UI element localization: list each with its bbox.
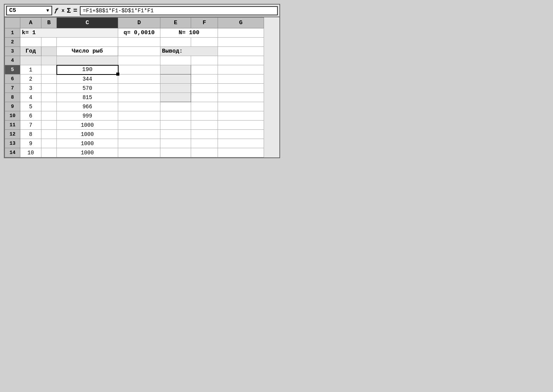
- cell-c6[interactable]: 344: [57, 74, 118, 84]
- formula-sigma-icon[interactable]: Σ: [67, 7, 71, 15]
- formula-input-box[interactable]: =F1+$B$1*F1-$D$1*F1*F1: [80, 6, 278, 15]
- cell-d9[interactable]: [118, 102, 160, 111]
- cell-d10[interactable]: [118, 111, 160, 121]
- cell-e14[interactable]: [160, 148, 191, 157]
- col-header-d[interactable]: D: [118, 18, 160, 28]
- cell-e8[interactable]: [160, 93, 191, 102]
- cell-g4[interactable]: [218, 56, 264, 65]
- cell-g3[interactable]: [218, 47, 264, 56]
- cell-a8[interactable]: 4: [20, 93, 41, 102]
- cell-e5[interactable]: [160, 65, 191, 74]
- cell-b10[interactable]: [41, 111, 57, 121]
- cell-f11[interactable]: [191, 121, 218, 130]
- cell-e12[interactable]: [160, 130, 191, 139]
- cell-e11[interactable]: [160, 121, 191, 130]
- cell-a5[interactable]: 1: [20, 65, 41, 74]
- cell-g14[interactable]: [218, 148, 264, 157]
- cell-g7[interactable]: [218, 84, 264, 93]
- fill-handle[interactable]: [116, 73, 119, 76]
- cell-c10[interactable]: 999: [57, 111, 118, 121]
- cell-f7[interactable]: [191, 84, 218, 93]
- cell-d7[interactable]: [118, 84, 160, 93]
- cell-c4[interactable]: [57, 56, 118, 65]
- cell-f6[interactable]: [191, 74, 218, 84]
- cell-a4[interactable]: [20, 56, 41, 65]
- cell-d12[interactable]: [118, 130, 160, 139]
- cell-d6[interactable]: [118, 74, 160, 84]
- cell-b12[interactable]: [41, 130, 57, 139]
- cell-g2[interactable]: [218, 38, 264, 47]
- cell-d5[interactable]: [118, 65, 160, 74]
- cell-d1[interactable]: q= 0,0010: [118, 28, 160, 38]
- cell-e6[interactable]: [160, 74, 191, 84]
- cell-f8[interactable]: [191, 93, 218, 102]
- cell-f5[interactable]: [191, 65, 218, 74]
- cell-a2[interactable]: [20, 38, 41, 47]
- cell-c2[interactable]: [57, 38, 118, 47]
- cell-b2[interactable]: [41, 38, 57, 47]
- cell-f10[interactable]: [191, 111, 218, 121]
- col-header-g[interactable]: G: [218, 18, 264, 28]
- col-header-a[interactable]: A: [20, 18, 41, 28]
- col-header-c[interactable]: C: [57, 18, 118, 28]
- cell-g13[interactable]: [218, 139, 264, 148]
- cell-a6[interactable]: 2: [20, 74, 41, 84]
- cell-g8[interactable]: [218, 93, 264, 102]
- formula-fx-icon[interactable]: ƒx: [54, 7, 64, 14]
- cell-a10[interactable]: 6: [20, 111, 41, 121]
- cell-a9[interactable]: 5: [20, 102, 41, 111]
- cell-c13[interactable]: 1000: [57, 139, 118, 148]
- col-header-f[interactable]: F: [191, 18, 218, 28]
- cell-reference-box[interactable]: C5 ▼: [6, 6, 52, 15]
- cell-e2[interactable]: [160, 38, 191, 47]
- cell-a1[interactable]: k= 1: [20, 28, 118, 38]
- cell-d13[interactable]: [118, 139, 160, 148]
- cell-f4[interactable]: [191, 56, 218, 65]
- cell-e13[interactable]: [160, 139, 191, 148]
- cell-b14[interactable]: [41, 148, 57, 157]
- cell-b9[interactable]: [41, 102, 57, 111]
- cell-c5-active[interactable]: 190: [57, 65, 118, 74]
- cell-b5[interactable]: [41, 65, 57, 74]
- cell-d14[interactable]: [118, 148, 160, 157]
- cell-c11[interactable]: 1000: [57, 121, 118, 130]
- col-header-e[interactable]: E: [160, 18, 191, 28]
- cell-a11[interactable]: 7: [20, 121, 41, 130]
- cell-b7[interactable]: [41, 84, 57, 93]
- cell-d8[interactable]: [118, 93, 160, 102]
- cell-b11[interactable]: [41, 121, 57, 130]
- cell-d4[interactable]: [118, 56, 160, 65]
- cell-e4[interactable]: [160, 56, 191, 65]
- cell-b3[interactable]: [41, 47, 57, 56]
- cell-ref-dropdown-icon[interactable]: ▼: [46, 8, 49, 13]
- cell-c3[interactable]: Число рыб: [57, 47, 118, 56]
- cell-g9[interactable]: [218, 102, 264, 111]
- cell-b13[interactable]: [41, 139, 57, 148]
- cell-b4[interactable]: [41, 56, 57, 65]
- cell-c8[interactable]: 815: [57, 93, 118, 102]
- cell-f9[interactable]: [191, 102, 218, 111]
- cell-a14[interactable]: 10: [20, 148, 41, 157]
- cell-e7[interactable]: [160, 84, 191, 93]
- cell-f13[interactable]: [191, 139, 218, 148]
- cell-g1[interactable]: [218, 28, 264, 38]
- cell-f2[interactable]: [191, 38, 218, 47]
- cell-f12[interactable]: [191, 130, 218, 139]
- cell-c12[interactable]: 1000: [57, 130, 118, 139]
- cell-c7[interactable]: 570: [57, 84, 118, 93]
- cell-c14[interactable]: 1000: [57, 148, 118, 157]
- cell-b6[interactable]: [41, 74, 57, 84]
- cell-d11[interactable]: [118, 121, 160, 130]
- cell-e9[interactable]: [160, 102, 191, 111]
- cell-e1[interactable]: N= 100: [160, 28, 218, 38]
- cell-a13[interactable]: 9: [20, 139, 41, 148]
- cell-g6[interactable]: [218, 74, 264, 84]
- cell-g11[interactable]: [218, 121, 264, 130]
- cell-d2[interactable]: [118, 38, 160, 47]
- cell-g12[interactable]: [218, 130, 264, 139]
- cell-b8[interactable]: [41, 93, 57, 102]
- cell-g5[interactable]: [218, 65, 264, 74]
- cell-e10[interactable]: [160, 111, 191, 121]
- col-header-b[interactable]: B: [41, 18, 57, 28]
- cell-c9[interactable]: 966: [57, 102, 118, 111]
